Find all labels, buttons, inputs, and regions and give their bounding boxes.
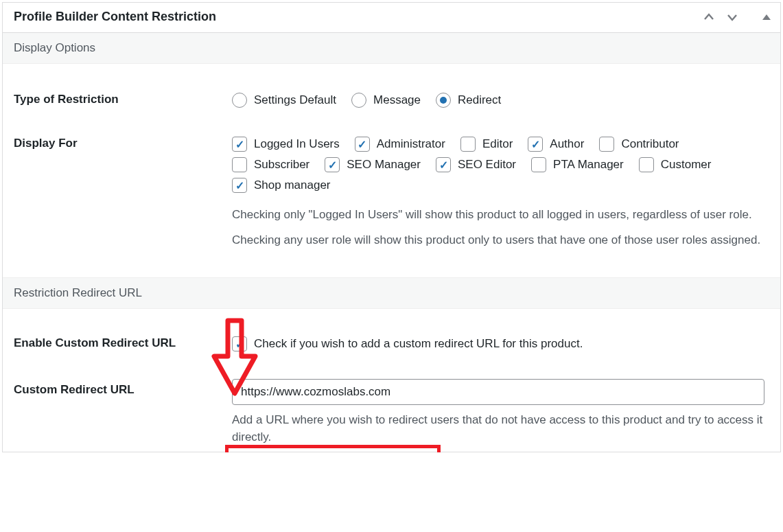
meta-box-header: Profile Builder Content Restriction — [3, 3, 780, 33]
meta-box-title: Profile Builder Content Restriction — [14, 10, 216, 24]
label-custom-redirect-url: Custom Redirect URL — [14, 379, 232, 397]
checkbox-icon — [355, 137, 370, 152]
checkbox-icon — [528, 137, 543, 152]
help-custom-redirect-url: Add a URL where you wish to redirect use… — [232, 412, 769, 446]
checkbox-icon — [232, 137, 247, 152]
check-label: Author — [550, 137, 584, 151]
check-label: SEO Manager — [347, 158, 421, 172]
checkbox-icon — [531, 157, 546, 172]
check-label: Subscriber — [254, 158, 309, 172]
check-shop-manager[interactable]: Shop manager — [232, 178, 331, 193]
row-type-of-restriction: Type of Restriction Settings Default Mes… — [3, 93, 780, 108]
row-enable-custom-redirect: Enable Custom Redirect URL Check if you … — [3, 336, 780, 351]
radio-label: Message — [373, 93, 421, 107]
checkbox-icon — [639, 157, 654, 172]
check-enable-custom-redirect[interactable]: Check if you wish to add a custom redire… — [232, 336, 583, 351]
check-seo-manager[interactable]: SEO Manager — [325, 157, 421, 172]
check-label: Administrator — [377, 137, 445, 151]
checkbox-icon — [325, 157, 340, 172]
check-customer[interactable]: Customer — [639, 157, 712, 172]
radio-settings-default[interactable]: Settings Default — [232, 93, 336, 108]
collapse-toggle-icon[interactable] — [761, 12, 772, 23]
check-group-display-for: Logged In Users Administrator Editor Aut… — [232, 137, 769, 198]
check-subscriber[interactable]: Subscriber — [232, 157, 309, 172]
checkbox-icon — [232, 336, 247, 351]
label-display-for: Display For — [14, 137, 232, 150]
section-restriction-redirect-title: Restriction Redirect URL — [3, 277, 780, 309]
checkbox-icon — [460, 137, 476, 152]
check-label: Contributor — [621, 137, 679, 151]
radio-icon — [351, 93, 366, 108]
radio-icon — [436, 93, 451, 108]
meta-header-controls — [702, 10, 772, 24]
check-seo-editor[interactable]: SEO Editor — [436, 157, 516, 172]
checkbox-icon — [599, 137, 614, 152]
radio-group-type-of-restriction: Settings Default Message Redirect — [232, 93, 769, 108]
input-custom-redirect-url[interactable] — [232, 379, 764, 405]
check-author[interactable]: Author — [528, 137, 584, 152]
label-type-of-restriction: Type of Restriction — [14, 93, 232, 106]
checkbox-icon — [232, 178, 247, 193]
meta-box-content-restriction: Profile Builder Content Restriction Disp… — [2, 2, 781, 452]
checkbox-icon — [436, 157, 451, 172]
radio-label: Settings Default — [254, 93, 336, 107]
check-label: SEO Editor — [458, 158, 516, 172]
row-display-for: Display For Logged In Users Administrato… — [3, 137, 780, 248]
check-logged-in-users[interactable]: Logged In Users — [232, 137, 340, 152]
radio-icon — [232, 93, 247, 108]
help-display-for-2: Checking any user role will show this pr… — [232, 232, 769, 249]
check-pta-manager[interactable]: PTA Manager — [531, 157, 624, 172]
check-label: Customer — [661, 158, 712, 172]
check-label: Editor — [482, 137, 513, 151]
check-label: Logged In Users — [254, 137, 340, 151]
radio-message[interactable]: Message — [351, 93, 421, 108]
section-display-options-title: Display Options — [3, 33, 780, 64]
check-label: PTA Manager — [553, 158, 624, 172]
checkbox-icon — [232, 157, 247, 172]
check-contributor[interactable]: Contributor — [599, 137, 679, 152]
radio-label: Redirect — [458, 93, 501, 107]
move-up-icon[interactable] — [702, 10, 716, 24]
move-down-icon[interactable] — [725, 10, 739, 24]
label-enable-custom-redirect: Enable Custom Redirect URL — [14, 336, 232, 350]
check-help-label: Check if you wish to add a custom redire… — [254, 337, 583, 351]
check-administrator[interactable]: Administrator — [355, 137, 445, 152]
help-display-for-1: Checking only "Logged In Users" will sho… — [232, 207, 769, 224]
row-custom-redirect-url: Custom Redirect URL Add a URL where you … — [3, 379, 780, 446]
radio-redirect[interactable]: Redirect — [436, 93, 501, 108]
check-label: Shop manager — [254, 178, 331, 192]
check-editor[interactable]: Editor — [460, 137, 513, 152]
